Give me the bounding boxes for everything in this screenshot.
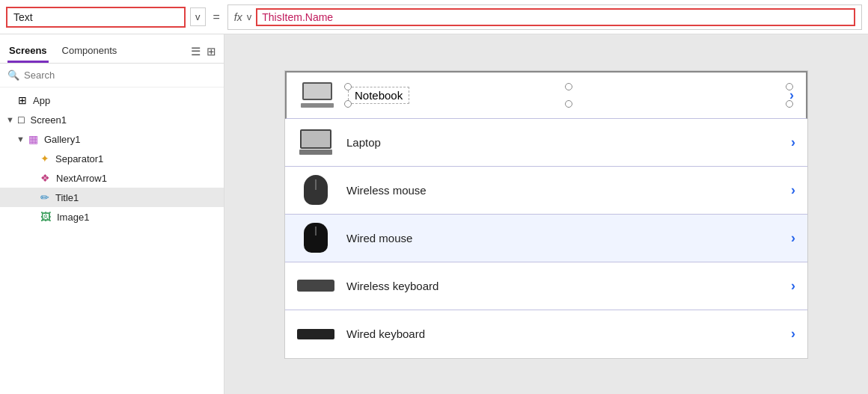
tree-item-screen1[interactable]: ▼ □ Screen1 <box>0 110 224 129</box>
tree-item-separator1[interactable]: ✦ Separator1 <box>0 149 224 168</box>
wmouse-image <box>297 175 334 205</box>
title-icon: ✏ <box>40 191 49 203</box>
wiredkeyboard-chevron[interactable]: › <box>791 326 795 342</box>
formula-bar: fx v ThisItem.Name <box>227 4 862 30</box>
laptop-base <box>299 150 332 155</box>
property-dropdown[interactable]: v <box>190 7 206 26</box>
notebook-title-wrapper: Notebook <box>348 87 789 104</box>
top-bar: v = fx v ThisItem.Name <box>0 0 868 34</box>
gallery-container: Notebook › <box>284 70 808 359</box>
search-icon: 🔍 <box>7 70 19 81</box>
wiredkeyboard-image <box>297 319 334 349</box>
tree-label: Title1 <box>55 192 79 203</box>
screen-icon: □ <box>18 114 24 126</box>
tree-label: Gallery1 <box>44 134 80 145</box>
text-property-input[interactable] <box>6 7 186 28</box>
tab-components[interactable]: Components <box>61 40 119 63</box>
tree-item-nextarrow1[interactable]: ❖ NextArrow1 <box>0 168 224 188</box>
notebook-title: Notebook <box>348 87 409 104</box>
wkeyboard-chevron[interactable]: › <box>791 278 795 294</box>
list-view-icon[interactable]: ☰ <box>191 45 201 58</box>
formula-value[interactable]: ThisItem.Name <box>256 8 855 26</box>
search-box: 🔍 <box>0 64 224 87</box>
gallery-item-wired-mouse[interactable]: Wired mouse › <box>285 215 807 262</box>
image-icon: 🖼 <box>40 211 51 223</box>
gallery-item-wireless-keyboard[interactable]: Wireless keyboard › <box>285 262 807 310</box>
wiredmouse-title: Wired mouse <box>346 232 791 244</box>
laptop-screen <box>300 129 331 149</box>
laptop-chevron[interactable]: › <box>791 135 795 150</box>
wkeyboard-title: Wireless keyboard <box>346 280 791 292</box>
tree-label: App <box>33 95 50 106</box>
gallery-icon: ▦ <box>28 133 38 145</box>
gallery-item-notebook[interactable]: Notebook › <box>285 71 807 119</box>
tree-item-app[interactable]: ⊞ App <box>0 90 224 110</box>
tree-label: NextArrow1 <box>56 173 107 184</box>
chevron-icon: ▼ <box>6 115 15 124</box>
tree: ⊞ App ▼ □ Screen1 ▼ ▦ Gallery1 ✦ Separat… <box>0 87 224 394</box>
handle-tm[interactable] <box>565 83 572 90</box>
canvas-area: Notebook › <box>224 34 868 394</box>
tab-screens[interactable]: Screens <box>7 40 49 63</box>
handle-tr[interactable] <box>786 83 793 90</box>
separator-icon: ✦ <box>40 153 49 164</box>
wiredmouse-image <box>297 223 334 253</box>
wmouse-shape <box>304 175 328 205</box>
wkeyboard-image <box>297 271 334 301</box>
tree-item-gallery1[interactable]: ▼ ▦ Gallery1 <box>0 129 224 149</box>
gallery-item-wired-keyboard[interactable]: Wired keyboard › <box>285 310 807 358</box>
formula-mode-dropdown[interactable]: v <box>247 11 252 22</box>
tree-item-title1[interactable]: ✏ Title1 <box>0 188 224 207</box>
notebook-base <box>301 103 334 108</box>
notebook-image <box>299 80 336 110</box>
fx-label: fx <box>234 11 242 23</box>
sidebar: Screens Components ☰ ⊞ 🔍 ⊞ App ▼ □ Scree… <box>0 34 224 394</box>
app-icon: ⊞ <box>18 94 27 106</box>
laptop-title: Laptop <box>346 136 791 149</box>
equals-sign: = <box>210 10 223 24</box>
grid-view-icon[interactable]: ⊞ <box>207 45 216 58</box>
notebook-screen <box>302 82 332 100</box>
gallery-item-wireless-mouse[interactable]: Wireless mouse › <box>285 167 807 215</box>
sidebar-tab-icons: ☰ ⊞ <box>191 45 216 58</box>
wiredkeyboard-shape <box>297 329 334 339</box>
chevron-icon: ▼ <box>16 135 25 144</box>
tree-item-image1[interactable]: 🖼 Image1 <box>0 207 224 227</box>
tree-label: Separator1 <box>55 153 103 164</box>
wiredmouse-shape <box>304 223 328 253</box>
gallery-item-laptop[interactable]: Laptop › <box>285 119 807 167</box>
tree-label: Image1 <box>57 212 89 223</box>
wmouse-chevron[interactable]: › <box>791 182 795 198</box>
main-layout: Screens Components ☰ ⊞ 🔍 ⊞ App ▼ □ Scree… <box>0 34 868 394</box>
handle-tl[interactable] <box>344 83 352 90</box>
wkeyboard-shape <box>297 280 334 292</box>
handle-bl[interactable] <box>344 100 352 108</box>
handle-br[interactable] <box>786 100 793 108</box>
wmouse-title: Wireless mouse <box>346 184 791 197</box>
search-input[interactable] <box>24 70 216 81</box>
nextarrow-icon: ❖ <box>40 172 50 184</box>
wiredkeyboard-title: Wired keyboard <box>346 327 791 340</box>
tree-label: Screen1 <box>30 114 66 126</box>
wiredmouse-chevron[interactable]: › <box>791 230 795 246</box>
handle-bm[interactable] <box>565 100 572 108</box>
laptop-image <box>297 127 334 157</box>
sidebar-tabs: Screens Components ☰ ⊞ <box>0 34 224 64</box>
